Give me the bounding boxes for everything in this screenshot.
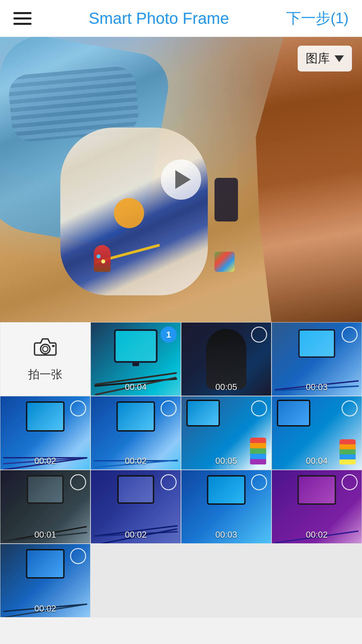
gallery-dropdown[interactable]: 图库 — [298, 46, 352, 71]
duration-6: 00:05 — [215, 456, 237, 466]
video-thumb-12[interactable]: 00:02 — [0, 544, 90, 617]
play-icon — [175, 170, 191, 189]
svg-point-0 — [41, 344, 50, 354]
selection-circle-12 — [70, 548, 86, 564]
selection-circle-8 — [70, 474, 86, 490]
video-thumb-7[interactable]: 00:04 — [272, 396, 362, 470]
camera-label: 拍一张 — [28, 367, 62, 382]
camera-icon — [33, 336, 57, 361]
camera-tile[interactable]: 拍一张 — [0, 322, 90, 396]
svg-point-1 — [43, 346, 48, 352]
video-thumb-6[interactable]: 00:05 — [181, 396, 272, 470]
video-thumb-11[interactable]: 00:02 — [272, 470, 362, 544]
app-title: Smart Photo Frame — [89, 9, 229, 28]
selection-circle-9 — [161, 474, 177, 490]
video-thumb-3[interactable]: 00:03 — [272, 322, 362, 396]
toy-block — [215, 252, 235, 272]
selection-circle-5 — [161, 400, 177, 416]
svg-rect-2 — [52, 345, 55, 347]
toy-stacker-2 — [340, 439, 356, 464]
video-thumb-2[interactable]: 00:05 — [181, 322, 272, 396]
menu-button[interactable] — [13, 12, 32, 25]
headphones — [114, 198, 144, 228]
duration-3: 00:03 — [306, 382, 327, 392]
maraca-dot — [97, 254, 101, 258]
video-thumb-10[interactable]: 00:03 — [181, 470, 272, 544]
duration-8: 00:01 — [34, 530, 56, 540]
main-preview: 图库 — [0, 37, 362, 322]
selection-circle-10 — [251, 474, 267, 490]
toy-maraca — [94, 245, 111, 272]
selection-circle-7 — [342, 400, 358, 416]
next-button[interactable]: 下一步(1) — [286, 8, 349, 28]
maraca-dot-2 — [101, 259, 105, 263]
duration-1: 00:04 — [125, 382, 146, 392]
dropdown-arrow-icon — [335, 55, 344, 62]
thumbnail-grid: 拍一张 1 00:04 00:05 — [0, 322, 362, 617]
gallery-label: 图库 — [306, 50, 330, 67]
duration-9: 00:02 — [125, 530, 146, 540]
play-button[interactable] — [161, 159, 201, 200]
toy-stacker — [250, 438, 266, 464]
app-header: Smart Photo Frame 下一步(1) — [0, 0, 362, 37]
duration-4: 00:02 — [34, 456, 56, 466]
selection-circle-4 — [70, 400, 86, 416]
selection-circle-3 — [342, 327, 358, 343]
duration-2: 00:05 — [215, 382, 237, 392]
duration-12: 00:02 — [34, 603, 56, 614]
video-thumb-1[interactable]: 1 00:04 — [90, 322, 181, 396]
video-thumb-9[interactable]: 00:02 — [90, 470, 181, 544]
video-thumb-8[interactable]: 00:01 — [0, 470, 90, 544]
phone-shape — [215, 178, 238, 221]
selection-circle-2 — [251, 327, 267, 343]
selection-badge-1: 1 — [161, 327, 177, 343]
duration-11: 00:02 — [306, 530, 327, 540]
guitar-shape — [241, 37, 362, 322]
duration-10: 00:03 — [215, 530, 237, 540]
duration-7: 00:04 — [306, 456, 327, 466]
selection-circle-11 — [342, 474, 358, 490]
duration-5: 00:02 — [125, 456, 146, 466]
video-thumb-4[interactable]: 00:02 — [0, 396, 90, 470]
video-thumb-5[interactable]: 00:02 — [90, 396, 181, 470]
selection-circle-6 — [251, 400, 267, 416]
